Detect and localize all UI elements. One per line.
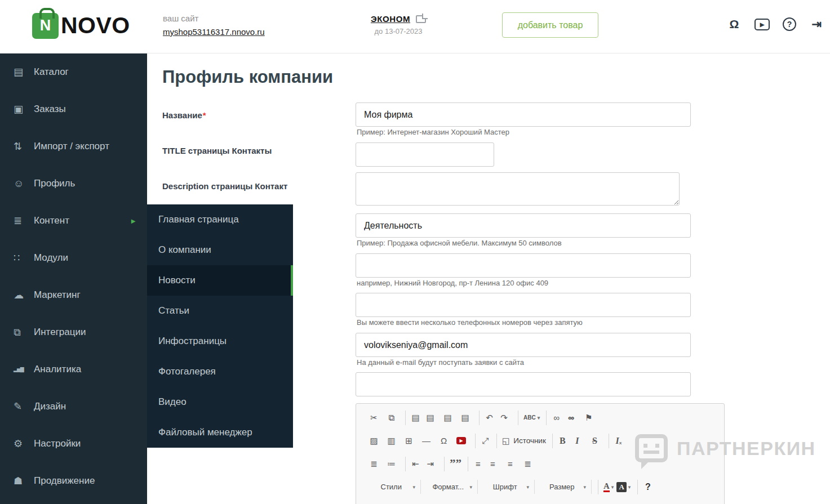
analytics-icon: ▂▅▇ bbox=[14, 367, 34, 372]
editor-toolbar-row-2: ▨▥⊞―Ω▶⤢◱ИсточникBISIₓ bbox=[361, 429, 720, 452]
video-tutorial-icon[interactable]: ▶ bbox=[754, 19, 770, 30]
sidebar-item-design[interactable]: ✎ Дизайн bbox=[0, 388, 147, 425]
address-input[interactable] bbox=[356, 253, 691, 278]
catalog-icon: ▤ bbox=[14, 66, 34, 78]
sidebar-item-integrations[interactable]: ⧉ Интеграции bbox=[0, 314, 147, 351]
bg-color-button[interactable]: A▾ bbox=[616, 480, 631, 494]
italic-button[interactable]: I bbox=[570, 434, 585, 448]
paste-special-button[interactable]: ▤ bbox=[458, 411, 473, 425]
copy-button[interactable]: ⧉ bbox=[384, 411, 399, 425]
sidebar-item-modules[interactable]: ∷ Модули bbox=[0, 239, 147, 276]
undo-button[interactable]: ↶ bbox=[479, 411, 494, 425]
import-export-icon: ⇅ bbox=[14, 140, 34, 153]
outdent-button[interactable]: ⇤ bbox=[405, 457, 420, 471]
about-editor-button[interactable]: ? bbox=[637, 480, 653, 494]
add-product-button[interactable]: добавить товар bbox=[502, 12, 598, 38]
submenu-item-video[interactable]: Видео bbox=[147, 387, 293, 417]
integrations-icon: ⧉ bbox=[14, 327, 34, 338]
extra-field-input[interactable] bbox=[356, 372, 691, 396]
special-char-button[interactable]: Ω bbox=[436, 434, 451, 448]
redo-button[interactable]: ↷ bbox=[496, 411, 512, 425]
page-title: Профиль компании bbox=[162, 67, 333, 87]
horizontal-line-button[interactable]: ― bbox=[419, 434, 434, 448]
activity-hint: Пример: Продажа офисной мебели. Максимум… bbox=[357, 239, 562, 247]
cut-button[interactable]: ✂ bbox=[366, 411, 381, 425]
page-template-button[interactable]: ▥ bbox=[384, 434, 399, 448]
dropdown-caret-icon: ▾ bbox=[526, 484, 529, 490]
design-icon: ✎ bbox=[14, 400, 34, 413]
dropdown-caret-icon: ▾ bbox=[538, 415, 540, 421]
tariff-info: ЭКОНОМ до 13-07-2023 bbox=[362, 14, 435, 35]
submenu-item-news[interactable]: Новости bbox=[147, 265, 293, 296]
submenu-item-file-manager[interactable]: Файловый менеджер bbox=[147, 417, 293, 448]
support-headset-icon[interactable]: Ω bbox=[727, 17, 742, 32]
blockquote-button[interactable]: ”” bbox=[444, 457, 461, 471]
submenu-item-label: Фотогалерея bbox=[158, 366, 216, 377]
styles-select[interactable]: Стили▾ bbox=[366, 480, 421, 494]
table-button[interactable]: ⊞ bbox=[401, 434, 416, 448]
numbered-list-button[interactable]: ≣ bbox=[366, 457, 381, 471]
submenu-item-info-pages[interactable]: Инфостраницы bbox=[147, 326, 293, 356]
sidebar-item-marketing[interactable]: ☁ Маркетинг bbox=[0, 276, 147, 314]
paste-button[interactable]: ▤ bbox=[405, 411, 420, 425]
site-url-link[interactable]: myshop53116317.nnovo.ru bbox=[163, 27, 265, 37]
required-asterisk: * bbox=[203, 110, 206, 120]
sidebar-item-label: Заказы bbox=[34, 104, 66, 115]
indent-button[interactable]: ⇥ bbox=[423, 457, 438, 471]
text-color-button[interactable]: A▾ bbox=[598, 480, 614, 494]
spellcheck-button[interactable]: ABC▾ bbox=[518, 411, 540, 425]
logo[interactable]: N NOVO bbox=[32, 12, 130, 39]
sidebar-item-promotion[interactable]: ☗ Продвижение bbox=[0, 462, 147, 499]
sidebar-item-label: Модули bbox=[34, 252, 68, 264]
maximize-button[interactable]: ⤢ bbox=[475, 434, 490, 448]
company-name-input[interactable] bbox=[356, 102, 691, 127]
sidebar-item-import-export[interactable]: ⇅ Импорт / экспорт bbox=[0, 128, 147, 165]
sidebar-item-profile[interactable]: ☺ Профиль bbox=[0, 165, 147, 202]
align-center-button[interactable]: ≡ bbox=[485, 457, 500, 471]
sidebar-item-label: Продвижение bbox=[34, 475, 95, 487]
bold-button[interactable]: B bbox=[552, 434, 567, 448]
sidebar-item-orders[interactable]: ▣ Заказы bbox=[0, 91, 147, 128]
align-right-button[interactable]: ≡ bbox=[503, 457, 518, 471]
contacts-title-input[interactable] bbox=[356, 142, 494, 167]
submenu-item-label: Новости bbox=[158, 275, 196, 286]
youtube-button[interactable]: ▶ bbox=[454, 434, 469, 448]
editor-toolbar-row-4: Стили▾Формат...▾Шрифт▾Размер▾A▾A▾? bbox=[361, 475, 720, 498]
link-button[interactable]: ∞ bbox=[546, 411, 561, 425]
tariff-name-link[interactable]: ЭКОНОМ bbox=[371, 14, 410, 24]
format-select[interactable]: Формат...▾ bbox=[423, 480, 478, 494]
sidebar-item-content[interactable]: ≣ Контент ► bbox=[0, 202, 147, 239]
tariff-card-icon[interactable] bbox=[416, 15, 426, 23]
anchor-button[interactable]: ⚑ bbox=[581, 411, 596, 425]
email-input[interactable] bbox=[356, 333, 691, 357]
submenu-item-about-company[interactable]: О компании bbox=[147, 235, 293, 265]
align-left-button[interactable]: ≡ bbox=[468, 457, 483, 471]
paste-word-button[interactable]: ▤ bbox=[440, 411, 455, 425]
submenu-item-label: Статьи bbox=[158, 305, 189, 316]
editor-toolbar-row-3: ≣≔⇤⇥””≡≡≡≣ bbox=[361, 452, 720, 475]
sidebar-item-catalog[interactable]: ▤ Каталог bbox=[0, 53, 147, 91]
sidebar-item-settings[interactable]: ⚙ Настройки bbox=[0, 425, 147, 462]
company-name-label: Название* bbox=[162, 110, 206, 120]
image-button[interactable]: ▨ bbox=[366, 434, 381, 448]
help-icon[interactable]: ? bbox=[783, 17, 796, 31]
contacts-description-textarea[interactable] bbox=[356, 172, 680, 206]
bullet-list-button[interactable]: ≔ bbox=[384, 457, 399, 471]
submenu-item-home-page[interactable]: Главная страница bbox=[147, 204, 293, 235]
email-hint: На данный e-mail будут поступать заявки … bbox=[357, 358, 524, 367]
submenu-item-photo-gallery[interactable]: Фотогалерея bbox=[147, 356, 293, 387]
remove-format-button[interactable]: Iₓ bbox=[609, 434, 624, 448]
size-select[interactable]: Размер▾ bbox=[537, 480, 592, 494]
logout-icon[interactable]: ⇥ bbox=[809, 17, 824, 32]
strikethrough-button[interactable]: S bbox=[587, 434, 602, 448]
font-select[interactable]: Шрифт▾ bbox=[480, 480, 535, 494]
align-justify-button[interactable]: ≣ bbox=[520, 457, 535, 471]
paste-text-button[interactable]: ▤ bbox=[423, 411, 438, 425]
sidebar-item-label: Профиль bbox=[34, 178, 75, 189]
activity-input[interactable] bbox=[356, 213, 691, 238]
source-button[interactable]: ◱Источник bbox=[496, 434, 546, 448]
submenu-item-articles[interactable]: Статьи bbox=[147, 296, 293, 326]
sidebar-item-analytics[interactable]: ▂▅▇ Аналитика bbox=[0, 351, 147, 388]
phones-input[interactable] bbox=[356, 293, 691, 317]
unlink-button[interactable]: ∞ bbox=[563, 411, 579, 425]
